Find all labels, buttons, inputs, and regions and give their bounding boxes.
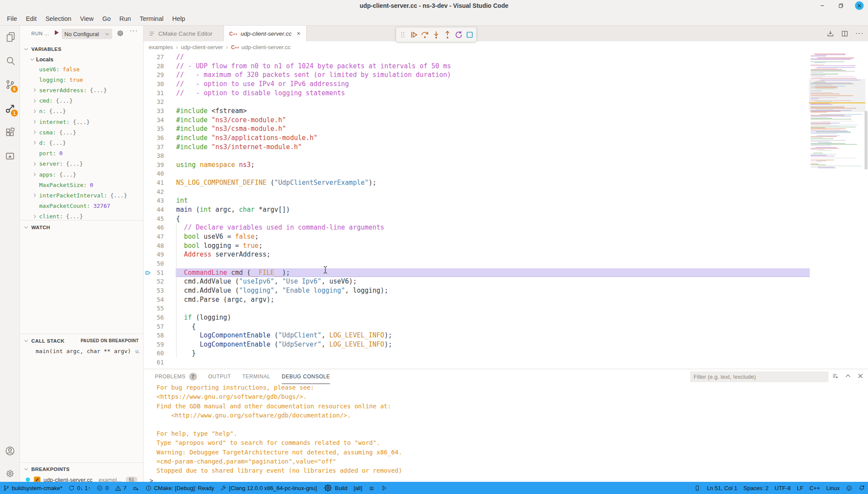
code-line[interactable]: 37#include "ns3/internet-module.h"	[144, 143, 810, 152]
variable-row[interactable]: d:{...}	[20, 137, 143, 148]
variables-section-header[interactable]: VARIABLES	[20, 44, 143, 54]
tab-cmake-cache-editor[interactable]: CMake Cache Editor	[144, 26, 224, 41]
code-line[interactable]: 29// - maximum of 320 packets sent (or l…	[144, 70, 810, 80]
step-over-button[interactable]	[420, 30, 430, 40]
title-bar[interactable]: udp-client-server.cc - ns-3-dev - Visual…	[0, 0, 868, 12]
menu-run[interactable]: Run	[115, 15, 136, 22]
close-icon[interactable]: ×	[297, 30, 300, 37]
code-line[interactable]: 50	[144, 259, 810, 268]
code-line[interactable]: 55	[144, 304, 810, 313]
code-line[interactable]: 27//	[144, 53, 810, 62]
variable-row[interactable]: serverAddress:{...}	[20, 85, 143, 95]
code-line[interactable]: 42	[144, 187, 810, 197]
code-line[interactable]: 40	[144, 169, 810, 178]
code-line[interactable]: 45{	[144, 214, 810, 224]
status-cmake-kit[interactable]: [Clang 12.0.0 x86_64-pc-linux-gnu]	[217, 482, 320, 494]
status-feedback[interactable]	[843, 482, 855, 494]
step-into-button[interactable]	[431, 30, 441, 40]
variable-row[interactable]: server:{...}	[20, 159, 143, 169]
breakpoints-section-header[interactable]: BREAKPOINTS	[20, 464, 143, 474]
code-line[interactable]: 61	[144, 358, 810, 367]
status-launch-target[interactable]	[378, 482, 391, 494]
code-line[interactable]: 30// - option to use IPv4 or IPv6 addres…	[144, 80, 810, 89]
status-indentation[interactable]: Spaces: 2	[741, 482, 772, 494]
code-line[interactable]: 41NS_LOG_COMPONENT_DEFINE ("UdpClientSer…	[144, 178, 810, 187]
code-line[interactable]: 56 if (logging)	[144, 313, 810, 322]
code-line[interactable]: 43int	[144, 196, 810, 205]
status-build[interactable]: Build	[320, 482, 351, 494]
code-line[interactable]: 49 Address serverAddress;	[144, 250, 810, 259]
collapse-panel-icon[interactable]	[845, 373, 851, 380]
breakpoint-row[interactable]: ✓udp-client-server.ccexampl...51	[20, 474, 143, 482]
status-git-branch[interactable]: buildsystem-cmake*	[0, 482, 65, 494]
console-filter-input[interactable]	[690, 371, 828, 382]
code-line[interactable]: 31// - option to disable logging stateme…	[144, 89, 810, 98]
variable-row[interactable]: csma:{...}	[20, 127, 143, 137]
status-sync-changes[interactable]: 0↓ 1↑	[65, 482, 93, 494]
code-line[interactable]: 35#include "ns3/csma-module.h"	[144, 124, 810, 134]
start-debugging-icon[interactable]	[53, 29, 60, 36]
activity-cmake[interactable]	[0, 146, 20, 166]
variable-row[interactable]: apps:{...}	[20, 169, 143, 180]
editor-scrollbar[interactable]	[865, 111, 868, 170]
code-line[interactable]: 59 LogComponentEnable ("UdpServer", LOG_…	[144, 340, 810, 349]
status-cursor-position[interactable]: Ln 51, Col 1	[704, 482, 740, 494]
breakpoint-checkbox[interactable]: ✓	[34, 477, 40, 482]
code-line[interactable]: 39using namespace ns3;	[144, 160, 810, 170]
code-line[interactable]: 44main (int argc, char *argv[])	[144, 205, 810, 214]
run-file-icon[interactable]	[827, 30, 834, 37]
tab-udp-client-server-cc[interactable]: C++udp-client-server.cc×	[224, 26, 307, 41]
activity-search[interactable]	[0, 50, 20, 70]
code-line[interactable]: 34#include "ns3/core-module.h"	[144, 116, 810, 125]
variable-row[interactable]: interPacketInterval:{...}	[20, 190, 143, 200]
code-line[interactable]: 58 LogComponentEnable ("UdpClient", LOG_…	[144, 331, 810, 340]
call-stack-section-header[interactable]: CALL STACK PAUSED ON BREAKPOINT	[20, 336, 143, 346]
variable-row[interactable]: useV6:false	[20, 64, 143, 74]
more-actions-icon[interactable]: ···	[855, 30, 864, 37]
stop-button[interactable]	[465, 30, 474, 40]
menu-terminal[interactable]: Terminal	[135, 15, 168, 22]
activity-source-control[interactable]: 6	[0, 74, 20, 94]
variable-row[interactable]: port:0	[20, 148, 143, 159]
activity-explorer[interactable]	[0, 27, 20, 47]
menu-selection[interactable]: Selection	[41, 15, 76, 22]
status-eol[interactable]: LF	[794, 482, 806, 494]
variable-row[interactable]: logging:true	[20, 74, 143, 85]
menu-file[interactable]: File	[3, 15, 21, 22]
split-editor-icon[interactable]	[841, 30, 848, 37]
code-editor[interactable]: 27//28// - UDP flow from n0 to n1 of 102…	[144, 53, 810, 369]
code-line[interactable]: 46 // Declare variables used in command-…	[144, 223, 810, 232]
debug-configuration-dropdown[interactable]: No Configural	[62, 29, 112, 39]
variable-row[interactable]: MaxPacketSize:0	[20, 180, 143, 190]
code-line[interactable]: 33#include <fstream>	[144, 107, 810, 116]
variable-row[interactable]: cmd:{...}	[20, 96, 143, 106]
more-actions-icon[interactable]: ···	[130, 27, 138, 35]
status-encoding[interactable]: UTF-8	[771, 482, 794, 494]
code-line[interactable]: 28// - UDP flow from n0 to n1 of 1024 by…	[144, 62, 810, 71]
status-debug-target[interactable]	[365, 482, 378, 494]
variable-row[interactable]: n:{...}	[20, 106, 143, 117]
activity-settings[interactable]	[0, 464, 20, 484]
activity-run-and-debug[interactable]: 1	[0, 98, 20, 118]
panel-tab-problems[interactable]: PROBLEMS7	[155, 369, 197, 384]
panel-tab-terminal[interactable]: TERMINAL	[242, 369, 270, 384]
menu-go[interactable]: Go	[98, 15, 115, 22]
close-panel-icon[interactable]	[857, 373, 864, 380]
code-line[interactable]: 57 {	[144, 322, 810, 331]
minimap[interactable]	[811, 53, 864, 369]
code-line[interactable]: 52 cmd.AddValue ("useIpv6", "Use Ipv6", …	[144, 277, 810, 286]
status-build-target[interactable]: [all]	[351, 482, 365, 494]
variable-row[interactable]: internet:{...}	[20, 117, 143, 127]
status-warnings[interactable]: 7	[112, 482, 130, 494]
breadcrumb[interactable]: examples›udp-client-server›C++udp-client…	[144, 41, 868, 53]
menu-edit[interactable]: Edit	[21, 15, 41, 22]
locals-scope-row[interactable]: Locals	[20, 54, 143, 65]
breadcrumb-item[interactable]: C++udp-client-server.cc	[231, 44, 290, 50]
code-line[interactable]: 47 bool useV6 = false;	[144, 232, 810, 241]
code-line[interactable]: 60 }	[144, 349, 810, 358]
status-remote-indicator[interactable]	[691, 482, 704, 494]
code-line[interactable]: 38	[144, 151, 810, 160]
code-line[interactable]: 53 cmd.AddValue ("logging", "Enable logg…	[144, 286, 810, 295]
status-debug-session[interactable]	[130, 482, 142, 494]
status-platform[interactable]: Linux	[823, 482, 843, 494]
